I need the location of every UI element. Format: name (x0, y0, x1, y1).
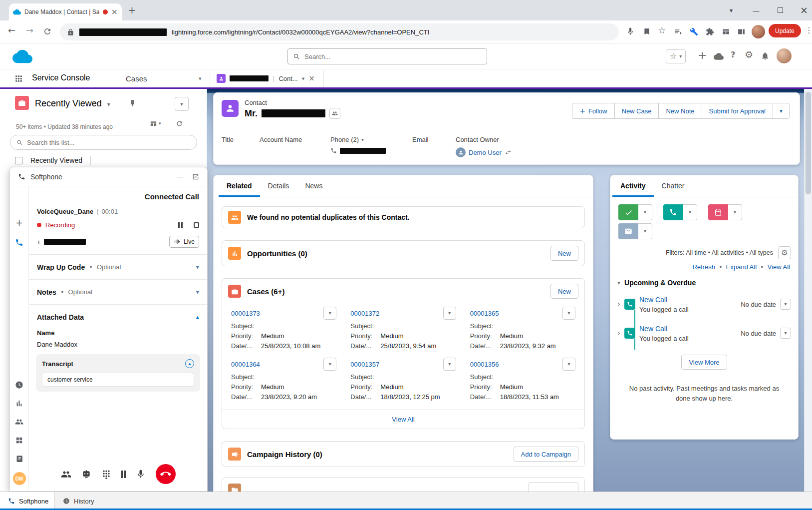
global-search-input[interactable] (304, 53, 482, 60)
rail-history-icon[interactable] (15, 381, 23, 389)
event-dropdown[interactable]: ▾ (728, 204, 742, 220)
activity-settings-gear-icon[interactable]: ⚙ (778, 246, 791, 259)
select-all-checkbox[interactable] (15, 157, 22, 164)
utility-history-tab[interactable]: History (55, 492, 102, 510)
rail-notes-icon[interactable] (15, 455, 23, 463)
mic-search-icon[interactable] (626, 27, 635, 36)
cases-view-all-link[interactable]: View All (392, 416, 414, 423)
workspace-tab-close-icon[interactable]: × (308, 75, 315, 82)
app-launcher-waffle-icon[interactable] (14, 74, 23, 83)
case-number-link[interactable]: 00001356 (470, 361, 499, 368)
case-row-dropdown[interactable]: ▾ (323, 307, 336, 320)
chrome-update-button[interactable]: Update (769, 24, 801, 37)
window-minimize-button[interactable]: — (746, 0, 766, 20)
attached-data-row[interactable]: Attached Data ▴ (29, 305, 207, 329)
call-dropdown[interactable]: ▾ (683, 204, 697, 220)
rail-add-icon[interactable]: + (15, 218, 23, 227)
case-row-dropdown[interactable]: ▾ (323, 358, 336, 371)
case-number-link[interactable]: 00001364 (231, 361, 260, 368)
layout-extension-icon[interactable] (722, 27, 730, 36)
bookmark-share-icon[interactable] (643, 27, 651, 35)
mute-mic-icon[interactable] (136, 469, 146, 479)
case-number-link[interactable]: 00001365 (470, 310, 499, 317)
campaign-history-title[interactable]: Campaign History (0) (247, 450, 322, 459)
expand-wrap-up-chevron-icon[interactable]: ▾ (196, 264, 199, 270)
follow-button[interactable]: + Follow (572, 103, 614, 119)
global-actions-plus-icon[interactable]: + (698, 50, 707, 61)
extensions-puzzle-icon[interactable] (706, 27, 714, 36)
tab-close-icon[interactable]: × (111, 8, 118, 16)
add-to-campaign-button[interactable]: Add to Campaign (514, 447, 578, 462)
tab-news[interactable]: News (297, 175, 330, 197)
rail-analytics-icon[interactable] (15, 399, 23, 408)
case-row-dropdown[interactable]: ▾ (562, 358, 575, 371)
activity-view-all-link[interactable]: View All (768, 263, 790, 271)
workspace-tab-contact[interactable]: | Cont... ▾ × (212, 69, 320, 87)
wrap-up-code-row[interactable]: Wrap Up Code • Optional ▾ (29, 255, 207, 279)
list-actions-dropdown[interactable]: ▾ (175, 97, 189, 111)
hold-icon[interactable] (121, 471, 126, 478)
case-number-link[interactable]: 00001357 (350, 361, 379, 368)
tab-search-chevron-icon[interactable]: ▾ (721, 0, 741, 20)
notifications-bell-icon[interactable] (761, 51, 770, 60)
list-search-input[interactable] (27, 139, 191, 146)
user-avatar[interactable] (777, 48, 792, 63)
reading-list-extension-icon[interactable] (674, 27, 682, 36)
submit-for-approval-button[interactable]: Submit for Approval (702, 103, 773, 119)
new-opportunity-button[interactable]: New (550, 246, 578, 261)
case-row-dropdown[interactable]: ▾ (443, 358, 456, 371)
scrollbar-thumb[interactable] (806, 92, 811, 194)
refresh-link[interactable]: Refresh (692, 263, 715, 271)
expand-item-chevron-icon[interactable]: › (617, 330, 620, 337)
phone-chevron-icon[interactable]: ▾ (361, 137, 364, 142)
window-maximize-button[interactable] (770, 0, 790, 20)
new-note-button[interactable]: New Note (658, 103, 702, 119)
rail-apps-icon[interactable] (15, 436, 23, 445)
dialpad-icon[interactable] (101, 469, 111, 479)
stop-recording-icon[interactable] (194, 222, 199, 228)
tab-activity[interactable]: Activity (612, 175, 654, 197)
case-number-link[interactable]: 00001372 (350, 310, 379, 317)
setup-gear-icon[interactable]: ⚙ (745, 50, 753, 59)
new-case-button[interactable]: New (550, 284, 578, 299)
activity-item-dropdown[interactable]: ▾ (780, 299, 791, 310)
activity-item-dropdown[interactable]: ▾ (780, 328, 791, 339)
favorites-button[interactable]: ☆ ▾ (666, 49, 686, 63)
browser-tab[interactable]: Dane Maddox | Contact | Sal × (9, 3, 122, 20)
reload-button[interactable] (43, 27, 52, 36)
transcript-line[interactable]: customer service (42, 373, 194, 387)
url-omnibox[interactable]: lightning.force.com/lightning/r/Contact/… (60, 23, 619, 40)
collapse-attached-data-chevron-icon[interactable]: ▴ (196, 314, 199, 320)
list-search[interactable] (10, 135, 197, 150)
pause-recording-icon[interactable] (178, 222, 183, 228)
notes-row[interactable]: Notes • Optional ▾ (29, 280, 207, 304)
add-participant-icon[interactable] (61, 469, 71, 480)
end-call-button[interactable] (156, 464, 176, 484)
wrench-extension-icon[interactable] (690, 27, 698, 36)
split-view-icon[interactable] (737, 27, 746, 36)
new-task-icon[interactable] (618, 204, 638, 220)
collapse-transcript-chevron-icon[interactable]: ▴ (185, 359, 194, 368)
name-actions-button[interactable] (329, 108, 340, 119)
new-event-icon[interactable] (708, 204, 728, 220)
popout-softphone-icon[interactable] (192, 173, 199, 180)
rail-phone-icon[interactable] (15, 238, 23, 247)
activity-item-link[interactable]: New Call (639, 325, 689, 333)
agent-bot-icon[interactable] (81, 469, 91, 479)
view-more-button[interactable]: View More (681, 355, 727, 370)
back-button[interactable]: ← (8, 26, 15, 35)
activity-item-link[interactable]: New Call (639, 296, 689, 304)
refresh-list-icon[interactable] (176, 120, 183, 127)
cases-title[interactable]: Cases (6+) (247, 287, 284, 296)
global-search[interactable] (287, 48, 487, 64)
more-actions-dropdown[interactable]: ▾ (773, 103, 790, 119)
tab-chatter[interactable]: Chatter (654, 175, 693, 197)
case-row-dropdown[interactable]: ▾ (562, 307, 575, 320)
window-close-button[interactable]: × (794, 0, 812, 20)
opportunities-title[interactable]: Opportunities (0) (247, 249, 307, 258)
utility-softphone-tab[interactable]: Softphone (0, 492, 55, 510)
owner-link[interactable]: Demo User (469, 149, 502, 156)
tab-details[interactable]: Details (260, 175, 297, 197)
help-icon[interactable]: ? (731, 51, 735, 59)
browser-menu-kebab-icon[interactable]: ⋮ (805, 26, 812, 34)
